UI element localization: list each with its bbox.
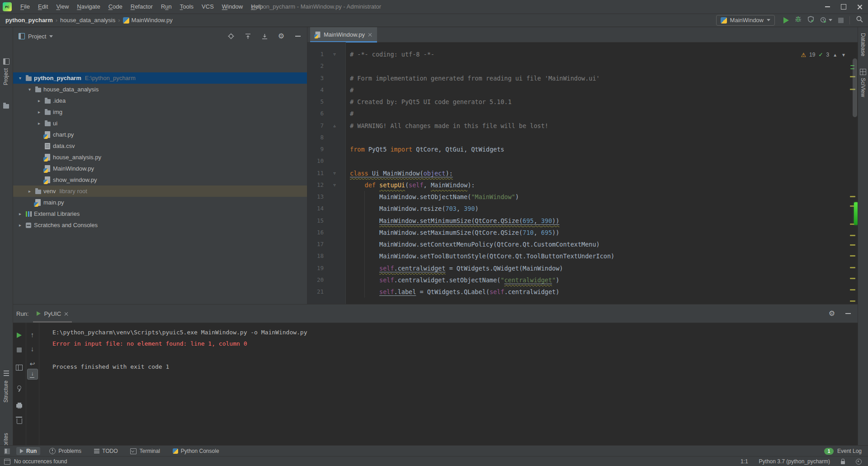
editor-scrollbar[interactable] xyxy=(853,58,857,117)
menu-view[interactable]: View xyxy=(52,0,73,14)
tree-expand-arrow[interactable]: ▸ xyxy=(26,189,33,194)
gear-icon[interactable] xyxy=(278,33,285,40)
fold-marker[interactable]: ▿ xyxy=(324,48,345,60)
tree-expand-arrow[interactable]: ▸ xyxy=(35,121,43,126)
minimize-button[interactable] xyxy=(819,0,835,14)
search-everywhere-button[interactable] xyxy=(856,15,863,25)
close-tab-icon[interactable] xyxy=(64,312,68,316)
stripe-mark-warning[interactable] xyxy=(850,235,855,236)
python-interpreter[interactable]: Python 3.7 (python_pycharm) xyxy=(759,458,830,465)
lock-icon[interactable] xyxy=(841,461,845,464)
gear-icon[interactable] xyxy=(828,310,835,317)
inspections-widget[interactable]: 19 3 ▲ ▼ xyxy=(801,50,846,59)
tree-item-main-py[interactable]: main.py xyxy=(13,197,307,208)
soft-wrap-button[interactable] xyxy=(26,359,39,368)
tree-expand-arrow[interactable]: ▸ xyxy=(35,109,43,114)
run-console[interactable]: E:\python_pycharm\venv\Scripts\pyuic5.ex… xyxy=(41,323,858,446)
debug-button[interactable] xyxy=(795,16,802,24)
collapse-all-button[interactable] xyxy=(244,33,251,40)
stripe-button-database[interactable]: Database xyxy=(860,33,866,56)
menu-file[interactable]: File xyxy=(16,0,34,14)
restore-layout-button[interactable] xyxy=(13,363,26,372)
tree-item-house-data-analysis[interactable]: ▾house_data_analysis xyxy=(13,84,307,95)
tool-window-button-run[interactable]: Run xyxy=(16,447,40,455)
stripe-button-project[interactable]: Project xyxy=(3,68,9,85)
next-problem-button[interactable]: ▼ xyxy=(841,52,846,57)
stripe-mark-warning[interactable] xyxy=(850,244,855,246)
stripe-button-structure[interactable]: Structure xyxy=(3,380,9,403)
stripe-mark-warning[interactable] xyxy=(850,289,855,290)
tree-item-mainwindow-py[interactable]: MainWindow.py xyxy=(13,163,307,174)
locate-file-button[interactable] xyxy=(227,33,235,40)
fold-marker[interactable]: ▵ xyxy=(324,120,345,132)
run-with-coverage-button[interactable] xyxy=(807,16,814,24)
tree-item-scratches-and-consoles[interactable]: ▸Scratches and Consoles xyxy=(13,219,307,231)
caret-position[interactable]: 1:1 xyxy=(741,458,748,465)
menu-code[interactable]: Code xyxy=(104,0,127,14)
menu-edit[interactable]: Edit xyxy=(34,0,52,14)
clear-all-button[interactable] xyxy=(13,416,26,425)
fold-marker[interactable]: ▿ xyxy=(324,179,345,191)
fold-marker[interactable]: ▿ xyxy=(324,167,345,179)
stripe-mark-warning[interactable] xyxy=(850,267,855,268)
close-button[interactable] xyxy=(852,0,868,14)
tree-item-ui[interactable]: ▸ui xyxy=(13,118,307,129)
structure-icon[interactable] xyxy=(4,371,9,376)
menu-window[interactable]: Window xyxy=(218,0,247,14)
tree-item-chart-py[interactable]: chart.py xyxy=(13,129,307,140)
tree-expand-arrow[interactable]: ▸ xyxy=(16,223,24,228)
tree-item-data-csv[interactable]: data.csv xyxy=(13,140,307,152)
tree-item--idea[interactable]: ▸.idea xyxy=(13,95,307,106)
tree-item-venv[interactable]: ▸venvlibrary root xyxy=(13,185,307,197)
rerun-button[interactable] xyxy=(13,331,26,340)
stripe-mark-warning[interactable] xyxy=(850,278,855,279)
stripe-mark-warning[interactable] xyxy=(850,196,855,197)
tree-item-img[interactable]: ▸img xyxy=(13,106,307,118)
menu-vcs[interactable]: VCS xyxy=(198,0,218,14)
stripe-button-sciview[interactable]: SciView xyxy=(860,78,866,97)
stop-process-button[interactable] xyxy=(13,345,26,354)
menu-tools[interactable]: Tools xyxy=(176,0,198,14)
tool-window-button-problems[interactable]: Problems xyxy=(46,447,85,455)
tool-window-switcher-icon[interactable] xyxy=(4,448,10,454)
tool-window-button-todo[interactable]: TODO xyxy=(90,447,121,455)
tree-item-show-window-py[interactable]: show_window.py xyxy=(13,174,307,185)
hide-panel-button[interactable] xyxy=(294,33,302,40)
run-button[interactable] xyxy=(783,17,789,24)
tree-expand-arrow[interactable]: ▸ xyxy=(35,98,43,103)
tree-item-python-pycharm[interactable]: ▾python_pycharmE:\python_pycharm xyxy=(13,72,307,84)
folder-icon[interactable] xyxy=(3,104,9,109)
menu-refactor[interactable]: Refactor xyxy=(127,0,157,14)
breadcrumb-item-mainwindow-py[interactable]: MainWindow.py xyxy=(132,17,173,24)
tab-pyuic[interactable]: PyUIC xyxy=(33,304,72,323)
project-tool-icon[interactable] xyxy=(3,58,9,65)
run-config-select[interactable]: MainWindow xyxy=(716,15,775,26)
maximize-button[interactable] xyxy=(835,0,852,14)
tree-item-house-analysis-py[interactable]: house_analysis.py xyxy=(13,152,307,163)
menu-run[interactable]: Run xyxy=(157,0,176,14)
tree-collapse-arrow[interactable]: ▾ xyxy=(26,87,33,92)
scroll-to-end-button[interactable] xyxy=(26,370,39,379)
stop-button[interactable] xyxy=(838,18,844,23)
menu-navigate[interactable]: Navigate xyxy=(73,0,104,14)
code-view[interactable]: 1▿# -*- coding: utf-8 -*-23# Form implem… xyxy=(307,48,844,298)
editor-area[interactable]: MainWindow.py 1▿# -*- coding: utf-8 -*-2… xyxy=(307,27,858,304)
prev-problem-button[interactable]: ▲ xyxy=(832,52,838,57)
profiler-button[interactable] xyxy=(820,17,832,24)
close-tab-icon[interactable] xyxy=(368,33,372,37)
stripe-mark-warning[interactable] xyxy=(850,300,855,302)
tree-item-external-libraries[interactable]: ▸External Libraries xyxy=(13,208,307,219)
tree-collapse-arrow[interactable]: ▾ xyxy=(16,76,24,81)
tab-mainwindow-py[interactable]: MainWindow.py xyxy=(310,27,377,42)
tool-window-button-python-console[interactable]: Python Console xyxy=(169,447,223,455)
sciview-grid-icon[interactable] xyxy=(860,69,866,75)
stripe-mark-warning[interactable] xyxy=(850,255,855,257)
breadcrumb-item-python-pycharm[interactable]: python_pycharm xyxy=(5,17,53,24)
print-button[interactable] xyxy=(13,401,26,410)
breadcrumb-item-house-data-analysis[interactable]: house_data_analysis xyxy=(60,17,115,24)
expand-all-button[interactable] xyxy=(261,33,268,40)
tool-window-button-terminal[interactable]: Terminal xyxy=(127,447,163,455)
tree-expand-arrow[interactable]: ▸ xyxy=(16,211,24,216)
inspections-profile-icon[interactable] xyxy=(856,459,862,465)
event-log-button[interactable]: 1 Event Log xyxy=(824,448,862,455)
